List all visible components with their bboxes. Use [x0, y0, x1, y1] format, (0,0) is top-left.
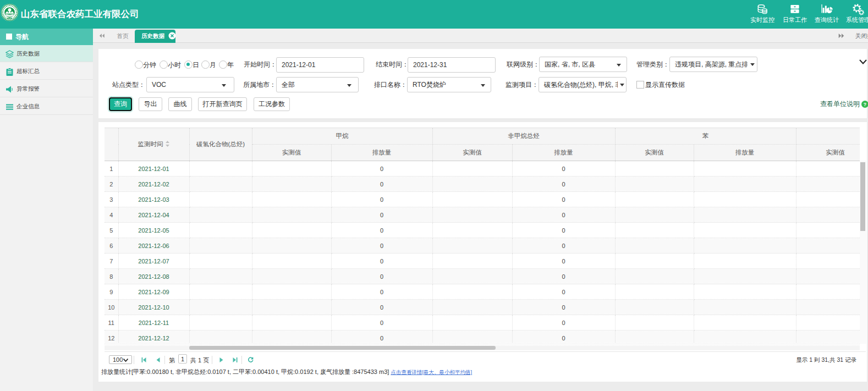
svg-text:?: ?: [864, 101, 866, 107]
svg-text:MEE: MEE: [7, 17, 12, 20]
